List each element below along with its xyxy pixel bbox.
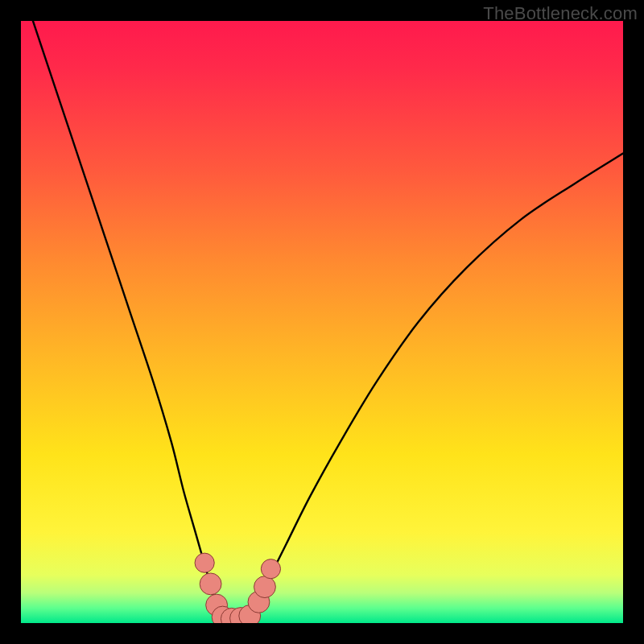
marker-right-cluster-top [261, 559, 280, 579]
marker-left-cluster-mid [200, 573, 221, 595]
curve-markers [195, 553, 280, 623]
plot-area [21, 21, 623, 623]
bottleneck-curve [33, 21, 623, 620]
curve-svg [21, 21, 623, 623]
marker-right-cluster-mid [254, 576, 276, 598]
chart-frame: TheBottleneck.com [0, 0, 644, 644]
marker-left-cluster-top [195, 553, 214, 572]
